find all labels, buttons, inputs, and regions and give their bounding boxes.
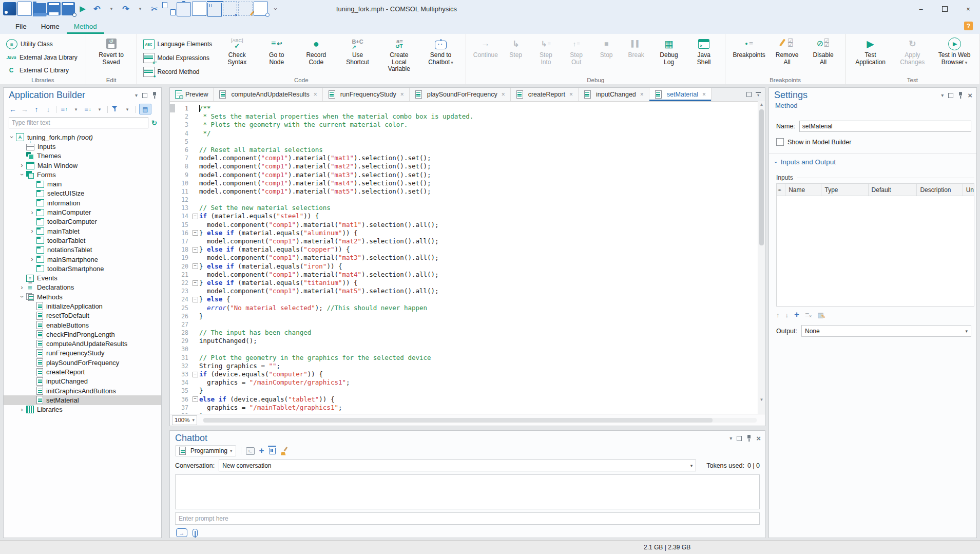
- caret-down-icon[interactable]: [95, 105, 104, 113]
- tree-item-toolbarComputer[interactable]: toolbarComputer: [4, 217, 161, 226]
- line-number[interactable]: 21: [175, 271, 191, 279]
- line-number[interactable]: 8: [175, 162, 191, 170]
- chatbot-mode-select[interactable]: Programming: [175, 445, 236, 456]
- insert-code-icon[interactable]: [246, 447, 255, 455]
- fold-toggle-icon[interactable]: −: [191, 395, 199, 404]
- line-number[interactable]: 12: [175, 196, 191, 204]
- line-number[interactable]: 7: [175, 154, 191, 162]
- tree-item-setMaterial[interactable]: setMaterial: [4, 395, 161, 405]
- line-number[interactable]: 34: [175, 378, 191, 387]
- record-method-button[interactable]: Record Method: [141, 66, 215, 78]
- undo-icon[interactable]: [90, 2, 104, 15]
- line-number[interactable]: 24: [175, 295, 191, 303]
- overflow-icon[interactable]: [269, 2, 282, 15]
- row-up-icon[interactable]: [776, 311, 780, 319]
- move-down-icon[interactable]: [44, 105, 52, 113]
- tree-item-createReport[interactable]: createReport: [4, 367, 161, 376]
- forward-icon[interactable]: [21, 105, 29, 113]
- tree-item-mainSmartphone[interactable]: ›mainSmartphone: [4, 255, 161, 264]
- column-header-name[interactable]: Name: [785, 184, 821, 196]
- caret-down-icon[interactable]: [105, 2, 118, 15]
- tree-item-initializeApplication[interactable]: initializeApplication: [4, 301, 161, 311]
- close-button[interactable]: ×: [956, 0, 980, 17]
- line-number[interactable]: 16: [175, 229, 191, 237]
- inputs-table[interactable]: ◂▸NameTypeDefaultDescriptionUn: [776, 183, 974, 307]
- line-number[interactable]: 29: [175, 337, 191, 345]
- chevron-right-icon[interactable]: ›: [18, 406, 26, 413]
- expand-all-icon[interactable]: [60, 105, 68, 113]
- move-up-icon[interactable]: [32, 105, 41, 113]
- line-number[interactable]: 10: [175, 179, 191, 187]
- editor-tab-createReport[interactable]: createReport×: [511, 88, 579, 101]
- column-header-type[interactable]: Type: [821, 184, 868, 196]
- tree-item-Forms[interactable]: ›Forms: [4, 170, 161, 179]
- add-row-icon[interactable]: [794, 310, 799, 320]
- delete-icon[interactable]: [207, 3, 222, 17]
- delete-conversation-icon[interactable]: [269, 448, 276, 454]
- line-number[interactable]: 31: [175, 354, 191, 362]
- panel-menu-icon[interactable]: [941, 92, 944, 98]
- debug-log-button[interactable]: Debug Log: [651, 35, 687, 67]
- collapse-all-icon[interactable]: [84, 105, 92, 113]
- show-in-model-builder-checkbox[interactable]: [776, 138, 784, 146]
- editor-tab-Preview[interactable]: Preview: [170, 88, 214, 101]
- caret-down-icon[interactable]: [133, 2, 147, 15]
- tree-item-information[interactable]: information: [4, 198, 161, 207]
- close-tab-icon[interactable]: ×: [314, 91, 317, 98]
- edit-table-icon[interactable]: [817, 311, 825, 319]
- tree-item-toolbarSmartphone[interactable]: toolbarSmartphone: [4, 264, 161, 273]
- column-header-un[interactable]: Un: [963, 184, 974, 196]
- duplicate-icon[interactable]: [192, 2, 206, 16]
- send-prompt-icon[interactable]: [176, 528, 187, 537]
- close-tab-icon[interactable]: ×: [400, 91, 404, 98]
- tree-item-toolbarTablet[interactable]: toolbarTablet: [4, 236, 161, 245]
- breakpoints-button[interactable]: Breakpoints: [729, 35, 768, 60]
- panel-menu-icon[interactable]: [729, 435, 732, 441]
- tree-item-runFrequencyStudy[interactable]: runFrequencyStudy: [4, 349, 161, 358]
- fold-toggle-icon[interactable]: −: [191, 245, 199, 254]
- ribbon-tab-home[interactable]: Home: [34, 20, 67, 34]
- inputs-and-output-section[interactable]: › Inputs and Output: [769, 154, 976, 166]
- editor-horizontal-scrollbar[interactable]: [203, 418, 757, 423]
- chevron-right-icon[interactable]: ›: [28, 227, 36, 235]
- line-number[interactable]: 4: [175, 129, 191, 138]
- tree-item-selectUISize[interactable]: selectUISize: [4, 189, 161, 198]
- method-name-input[interactable]: [799, 121, 971, 132]
- line-number[interactable]: 14: [175, 212, 191, 220]
- move-columns-icon[interactable]: ◂▸: [777, 184, 785, 196]
- line-number[interactable]: 20: [175, 262, 191, 271]
- line-number[interactable]: 11: [175, 187, 191, 196]
- editor-tab-runFrequencyStudy[interactable]: runFrequencyStudy×: [323, 88, 410, 101]
- line-number[interactable]: 13: [175, 204, 191, 212]
- tree-item-resetToDefault[interactable]: resetToDefault: [4, 311, 161, 320]
- line-number[interactable]: 6: [175, 146, 191, 154]
- tree-item-checkFindProngLength[interactable]: checkFindProngLength: [4, 330, 161, 339]
- go-to-node-button[interactable]: Go to Node: [258, 35, 295, 67]
- line-number[interactable]: 3: [175, 121, 191, 129]
- float-panel-icon[interactable]: [142, 93, 147, 98]
- line-number[interactable]: 36: [175, 395, 191, 404]
- line-number[interactable]: 15: [175, 221, 191, 229]
- app-logo-icon[interactable]: [3, 2, 16, 15]
- line-number[interactable]: 17: [175, 237, 191, 245]
- line-number[interactable]: 35: [175, 387, 191, 395]
- output-select[interactable]: None: [801, 325, 971, 337]
- close-panel-icon[interactable]: [968, 91, 972, 100]
- tree-item-Methods[interactable]: ›Methods: [4, 292, 161, 301]
- delete-rows-icon[interactable]: [805, 311, 812, 319]
- line-number[interactable]: 37: [175, 404, 191, 412]
- panel-menu-icon[interactable]: [135, 92, 138, 98]
- editor-tab-playSoundForFrequency[interactable]: playSoundForFrequency×: [410, 88, 511, 101]
- tree-item-Inputs[interactable]: Inputs: [4, 142, 161, 151]
- line-number[interactable]: 33: [175, 370, 191, 378]
- float-panel-icon[interactable]: [948, 93, 953, 98]
- fold-toggle-icon[interactable]: −: [191, 262, 199, 271]
- line-number[interactable]: 22: [175, 279, 191, 287]
- check-syntax-button[interactable]: Check Syntax: [216, 35, 258, 67]
- pin-panel-icon[interactable]: [746, 435, 752, 442]
- revert-to-saved-button[interactable]: Revert to Saved: [90, 35, 132, 67]
- column-header-description[interactable]: Description: [917, 184, 963, 196]
- cut-icon[interactable]: [148, 2, 161, 15]
- record-code-button[interactable]: Record Code: [295, 35, 337, 67]
- chevron-down-icon[interactable]: ›: [8, 133, 15, 141]
